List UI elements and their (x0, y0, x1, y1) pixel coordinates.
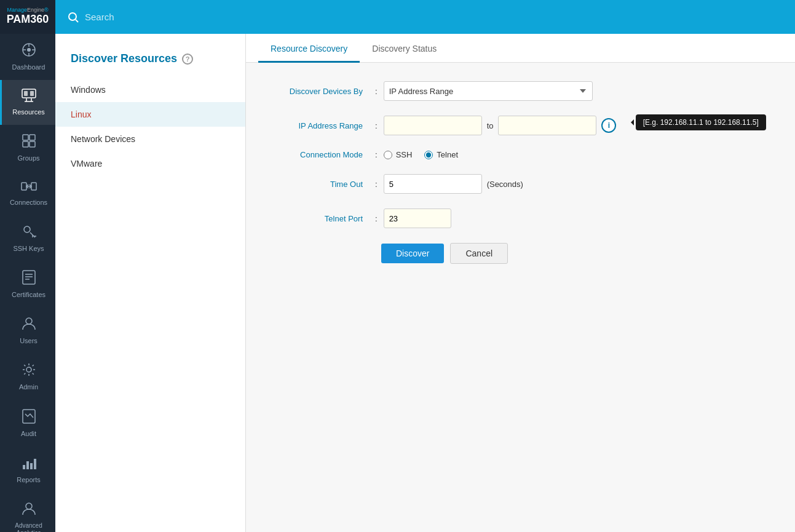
resources-label: Resources (12, 108, 45, 116)
sidebar-item-connections[interactable]: Connections (0, 172, 55, 215)
discover-devices-by-select[interactable]: IP Address Range DNS Name LDAP/AD (384, 81, 593, 101)
cancel-button[interactable]: Cancel (450, 243, 508, 264)
sidebar-item-admin[interactable]: Admin (0, 354, 55, 400)
reports-label: Reports (17, 476, 41, 484)
timeout-row: Time Out : (Seconds) (271, 174, 770, 194)
sidebar-title: Discover Resources ? (55, 46, 245, 77)
content-area: Resource Discovery Discovery Status Disc… (246, 34, 795, 532)
svg-point-0 (69, 13, 76, 20)
connections-label: Connections (10, 199, 47, 207)
tab-discovery-status[interactable]: Discovery Status (360, 34, 449, 63)
timeout-control: (Seconds) (384, 174, 523, 194)
ip-to-input[interactable] (498, 116, 596, 135)
colon-2: : (369, 121, 384, 130)
users-icon (22, 316, 36, 335)
discover-devices-by-label: Discover Devices By (271, 87, 369, 96)
sidebar-item-groups[interactable]: Groups (0, 125, 55, 171)
telnet-label: Telnet (437, 150, 458, 159)
reports-icon (22, 455, 36, 474)
discover-button[interactable]: Discover (381, 244, 444, 263)
telnet-port-input[interactable] (384, 208, 451, 228)
ssh-label: SSH (396, 150, 413, 159)
sidebar-item-certificates[interactable]: Certificates (0, 261, 55, 308)
search-input[interactable] (85, 12, 269, 22)
buttons-row: Discover Cancel (375, 243, 770, 264)
audit-icon (22, 409, 36, 427)
svg-rect-25 (23, 271, 35, 284)
ssh-keys-label: SSH Keys (13, 245, 44, 253)
advanced-analytics-icon (22, 501, 36, 520)
ssh-keys-icon (22, 224, 36, 242)
discover-devices-by-row: Discover Devices By : IP Address Range D… (271, 81, 770, 101)
sidebar-item-windows[interactable]: Windows (55, 77, 245, 102)
sidebar-item-dashboard[interactable]: Dashboard (0, 34, 55, 80)
discover-devices-by-control: IP Address Range DNS Name LDAP/AD (384, 81, 593, 101)
top-bar: ManageEngine® PAM360 (0, 0, 795, 34)
telnet-port-control (384, 208, 451, 228)
tab-resource-discovery[interactable]: Resource Discovery (258, 34, 360, 63)
svg-rect-17 (30, 141, 35, 147)
ssh-radio-label[interactable]: SSH (384, 150, 413, 159)
sidebar-item-reports[interactable]: Reports (0, 447, 55, 493)
sidebar-item-network-devices[interactable]: Network Devices (55, 127, 245, 151)
form-section: Discover Devices By : IP Address Range D… (246, 63, 795, 297)
app-name: PAM360 (7, 13, 49, 26)
svg-rect-32 (23, 465, 25, 469)
svg-point-29 (26, 318, 32, 324)
logo-area: ManageEngine® PAM360 (0, 0, 55, 34)
ip-range-label: IP Address Range (271, 121, 369, 130)
svg-rect-9 (24, 91, 28, 96)
sidebar-item-audit[interactable]: Audit (0, 400, 55, 447)
timeout-label: Time Out (271, 180, 369, 189)
svg-rect-34 (30, 463, 33, 469)
svg-rect-14 (23, 135, 28, 140)
left-nav: Dashboard Resources (0, 34, 55, 532)
telnet-radio-label[interactable]: Telnet (424, 150, 458, 159)
ip-address-range-row: IP Address Range : to i [E.g. 192.168.11… (271, 116, 770, 135)
svg-rect-31 (23, 410, 35, 423)
svg-point-3 (27, 48, 31, 52)
sidebar: Discover Resources ? Windows Linux Netwo… (55, 34, 246, 532)
advanced-analytics-label: Advanced Analytics (4, 522, 53, 532)
svg-rect-33 (26, 461, 29, 469)
telnet-radio-input[interactable] (424, 151, 433, 159)
ip-from-input[interactable] (384, 116, 482, 135)
svg-point-30 (26, 367, 31, 372)
help-icon[interactable]: ? (182, 54, 193, 65)
certificates-icon (22, 270, 36, 288)
users-label: Users (20, 337, 38, 345)
svg-rect-10 (30, 91, 34, 96)
svg-point-36 (26, 503, 32, 509)
sidebar-title-text: Discover Resources (71, 52, 177, 65)
timeout-input[interactable] (384, 174, 482, 194)
resources-icon (22, 89, 36, 106)
certificates-label: Certificates (12, 291, 45, 299)
svg-rect-15 (30, 135, 35, 140)
audit-label: Audit (21, 430, 36, 438)
ip-info-button[interactable]: i (601, 118, 616, 133)
ip-tooltip-popup: [E.g. 192.168.11.1 to 192.168.11.5] (636, 114, 766, 130)
sidebar-item-advanced-analytics[interactable]: Advanced Analytics (0, 493, 55, 532)
admin-icon (22, 362, 36, 381)
sidebar-item-ssh-keys[interactable]: SSH Keys (0, 215, 55, 261)
search-icon (68, 12, 79, 23)
ssh-radio-input[interactable] (384, 151, 392, 159)
telnet-port-row: Telnet Port : (271, 208, 770, 228)
main-layout: Dashboard Resources (0, 34, 795, 532)
sidebar-item-linux[interactable]: Linux (55, 102, 245, 127)
connection-mode-control: SSH Telnet (384, 150, 458, 159)
telnet-port-label: Telnet Port (271, 214, 369, 223)
svg-line-1 (76, 20, 78, 22)
svg-rect-19 (31, 183, 36, 190)
admin-label: Admin (19, 383, 38, 391)
seconds-label: (Seconds) (487, 180, 523, 189)
groups-label: Groups (17, 154, 39, 162)
svg-rect-16 (23, 141, 28, 147)
colon-1: : (369, 87, 384, 96)
dashboard-label: Dashboard (12, 63, 45, 71)
sidebar-item-users[interactable]: Users (0, 308, 55, 354)
connection-mode-label: Connection Mode (271, 150, 369, 159)
sidebar-item-vmware[interactable]: VMware (55, 151, 245, 176)
colon-3: : (369, 150, 384, 159)
sidebar-item-resources[interactable]: Resources (0, 80, 55, 125)
